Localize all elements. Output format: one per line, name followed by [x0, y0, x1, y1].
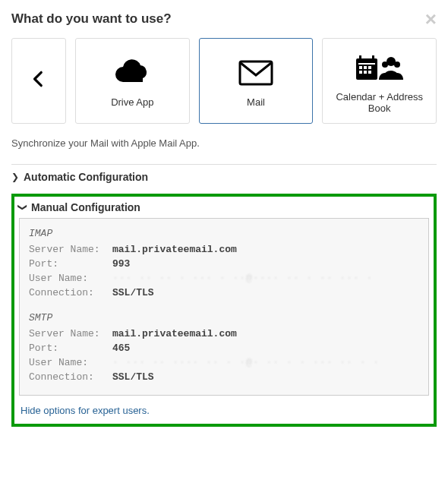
config-protocol-title: IMAP [29, 228, 419, 239]
card-label: Mail [243, 96, 269, 108]
section-toggle-manual[interactable]: ❯ Manual Configuration [14, 197, 434, 218]
config-value: mail.privateemail.com [112, 244, 237, 255]
chevron-down-icon: ❯ [17, 204, 28, 211]
config-key: User Name: [29, 357, 112, 368]
config-key: Server Name: [29, 244, 112, 255]
option-cards: Drive App Mail [11, 38, 437, 124]
section-automatic: ❯ Automatic Configuration [11, 164, 437, 189]
back-button[interactable] [11, 38, 66, 124]
config-value: SSL/TLS [112, 287, 154, 298]
config-value: 993 [112, 258, 130, 270]
config-group-imap: IMAP Server Name:mail.privateemail.com P… [29, 228, 419, 298]
svg-rect-10 [368, 71, 371, 74]
config-key: Port: [29, 342, 112, 354]
cloud-icon [114, 54, 150, 92]
svg-rect-6 [364, 66, 367, 69]
card-label: Drive App [107, 96, 157, 108]
section-toggle-automatic[interactable]: ❯ Automatic Configuration [11, 165, 437, 189]
manual-config-highlight: ❯ Manual Configuration IMAP Server Name:… [11, 194, 437, 427]
config-value-redacted: ··· ·· ·· · ··· · ··@···· ·· · ·· ··· · [112, 273, 373, 284]
config-key: Server Name: [29, 328, 112, 339]
dialog-header: What do you want to use? × [11, 9, 437, 29]
chevron-right-icon: ❯ [11, 172, 19, 182]
close-icon[interactable]: × [425, 9, 437, 29]
section-title: Manual Configuration [31, 201, 140, 213]
chevron-left-icon [29, 60, 49, 98]
section-title: Automatic Configuration [24, 171, 148, 183]
config-group-smtp: SMTP Server Name:mail.privateemail.com P… [29, 312, 419, 383]
calendar-people-icon [353, 49, 406, 87]
config-key: Connection: [29, 287, 112, 298]
config-key: Connection: [29, 371, 112, 383]
card-label: Calendar + Address Book [323, 91, 436, 114]
svg-rect-8 [359, 71, 362, 74]
config-value: 465 [112, 342, 130, 354]
svg-rect-3 [372, 55, 374, 62]
svg-rect-2 [359, 55, 361, 62]
config-key: User Name: [29, 273, 112, 284]
config-value: mail.privateemail.com [112, 328, 237, 339]
envelope-icon [238, 54, 273, 92]
svg-point-13 [394, 62, 400, 68]
svg-rect-7 [368, 66, 371, 69]
config-key: Port: [29, 258, 112, 270]
card-mail[interactable]: Mail [199, 38, 314, 124]
config-block: IMAP Server Name:mail.privateemail.com P… [19, 218, 429, 396]
hide-expert-options-link[interactable]: Hide options for expert users. [14, 396, 156, 424]
config-value: SSL/TLS [112, 371, 154, 383]
svg-rect-5 [359, 66, 362, 69]
card-drive-app[interactable]: Drive App [75, 38, 190, 124]
config-value-redacted: · ··· ·· ···· ·· · ·@· ·· · · ··· ·· · · [112, 357, 380, 368]
card-calendar-address[interactable]: Calendar + Address Book [322, 38, 437, 124]
svg-rect-4 [358, 63, 375, 65]
svg-point-12 [382, 62, 388, 68]
description-text: Synchronize your Mail with Apple Mail Ap… [11, 137, 437, 149]
svg-rect-9 [364, 71, 367, 74]
dialog-title: What do you want to use? [11, 11, 172, 27]
config-protocol-title: SMTP [29, 312, 419, 323]
